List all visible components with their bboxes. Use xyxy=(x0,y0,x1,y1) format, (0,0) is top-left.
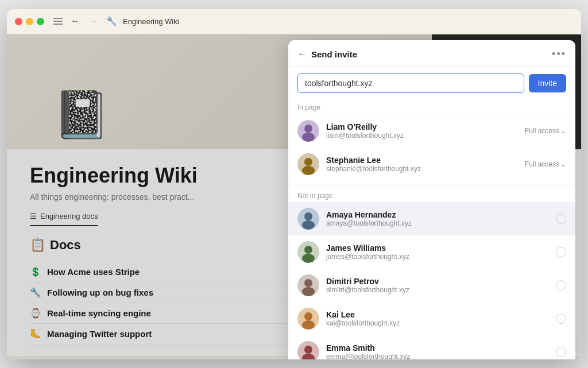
avatar xyxy=(297,153,319,175)
person-row[interactable]: Emma Smith emma@toolsforthought.xyz xyxy=(288,335,575,359)
svg-point-5 xyxy=(302,166,315,175)
person-email: amaya@toolsforthought.xyz xyxy=(326,219,549,227)
avatar xyxy=(297,241,319,263)
window-title: Engineering Wiki xyxy=(123,17,179,26)
modal-title: Send invite xyxy=(311,49,357,59)
content-area: 📓 Engineering Wiki All things engineerin… xyxy=(7,34,581,359)
access-dropdown[interactable]: Full access ⌄ xyxy=(525,127,566,135)
hamburger-menu-icon[interactable] xyxy=(53,18,63,25)
person-name: Dimitri Petrov xyxy=(326,277,549,286)
select-checkbox[interactable] xyxy=(556,247,566,257)
traffic-lights xyxy=(15,18,44,25)
modal-back-button[interactable]: ← xyxy=(297,49,307,59)
avatar xyxy=(297,308,319,330)
app-window: ← → 🔧 Engineering Wiki 📓 Engineering Wik… xyxy=(7,9,581,359)
svg-point-7 xyxy=(304,212,312,220)
svg-point-1 xyxy=(304,125,312,133)
not-in-page-label: Not in page xyxy=(288,185,575,202)
person-email: james@toolsforthought.xyz xyxy=(326,253,549,261)
person-email: emma@toolsforthought.xyz xyxy=(326,352,549,359)
select-checkbox[interactable] xyxy=(556,280,566,290)
send-invite-modal: ← Send invite ••• Invite In page xyxy=(288,40,575,359)
titlebar: ← → 🔧 Engineering Wiki xyxy=(7,9,581,34)
person-row[interactable]: Liam O'Reilly liam@toolsforthought.xyz F… xyxy=(288,114,575,148)
person-info: Stephanie Lee stephanie@toolsforthought.… xyxy=(326,156,518,173)
person-row[interactable]: James Williams james@toolsforthought.xyz xyxy=(288,235,575,269)
invite-button[interactable]: Invite xyxy=(529,74,566,92)
person-name: Amaya Hernandez xyxy=(326,210,549,219)
person-info: Kai Lee kai@toolsforthought.xyz xyxy=(326,310,549,327)
svg-point-19 xyxy=(304,346,312,354)
avatar xyxy=(297,274,319,296)
invite-input[interactable] xyxy=(297,73,524,93)
minimize-button[interactable] xyxy=(26,18,33,25)
avatar xyxy=(297,208,319,230)
person-info: James Williams james@toolsforthought.xyz xyxy=(326,243,549,261)
avatar xyxy=(297,120,319,142)
page-icon: 🔧 xyxy=(106,16,117,26)
modal-more-button[interactable]: ••• xyxy=(552,48,566,60)
select-checkbox[interactable] xyxy=(556,313,566,324)
svg-point-8 xyxy=(302,220,315,230)
person-row[interactable]: Amaya Hernandez amaya@toolsforthought.xy… xyxy=(288,202,575,235)
select-checkbox[interactable] xyxy=(556,214,566,224)
person-email: kai@toolsforthought.xyz xyxy=(326,319,549,327)
person-row[interactable]: Dimitri Petrov dimitri@toolsforthought.x… xyxy=(288,269,575,302)
person-row[interactable]: Kai Lee kai@toolsforthought.xyz xyxy=(288,302,575,335)
close-button[interactable] xyxy=(15,18,22,25)
chevron-down-icon: ⌄ xyxy=(560,127,566,135)
person-email: dimitri@toolsforthought.xyz xyxy=(326,286,549,294)
in-page-label: In page xyxy=(288,100,575,114)
back-nav-button[interactable]: ← xyxy=(68,15,82,28)
person-name: Emma Smith xyxy=(326,343,549,352)
access-label: Full access xyxy=(525,160,559,168)
maximize-button[interactable] xyxy=(37,18,44,25)
person-info: Liam O'Reilly liam@toolsforthought.xyz xyxy=(326,122,518,140)
access-label: Full access xyxy=(525,127,559,135)
person-row[interactable]: Stephanie Lee stephanie@toolsforthought.… xyxy=(288,148,575,181)
modal-list: Liam O'Reilly liam@toolsforthought.xyz F… xyxy=(288,114,575,359)
modal-invite-row: Invite xyxy=(288,67,575,100)
svg-point-2 xyxy=(302,133,315,142)
chevron-down-icon: ⌄ xyxy=(560,160,566,168)
modal-header-left: ← Send invite xyxy=(297,49,357,59)
select-checkbox[interactable] xyxy=(556,347,566,357)
svg-point-10 xyxy=(304,246,312,254)
forward-nav-button[interactable]: → xyxy=(87,15,100,28)
person-name: James Williams xyxy=(326,243,549,253)
person-info: Amaya Hernandez amaya@toolsforthought.xy… xyxy=(326,210,549,227)
person-name: Stephanie Lee xyxy=(326,156,518,165)
svg-point-4 xyxy=(304,158,312,166)
modal-header: ← Send invite ••• xyxy=(288,40,575,67)
nav-buttons: ← → xyxy=(68,15,100,28)
person-name: Liam O'Reilly xyxy=(326,122,518,131)
svg-point-17 xyxy=(302,320,315,330)
svg-point-13 xyxy=(304,279,312,287)
person-info: Dimitri Petrov dimitri@toolsforthought.x… xyxy=(326,277,549,294)
person-email: stephanie@toolsforthought.xyz xyxy=(326,165,518,173)
person-info: Emma Smith emma@toolsforthought.xyz xyxy=(326,343,549,359)
avatar xyxy=(297,341,319,359)
svg-point-11 xyxy=(302,254,315,263)
svg-point-16 xyxy=(304,312,312,320)
svg-point-14 xyxy=(302,287,315,296)
person-name: Kai Lee xyxy=(326,310,549,319)
person-email: liam@toolsforthought.xyz xyxy=(326,131,518,140)
access-dropdown[interactable]: Full access ⌄ xyxy=(525,160,566,168)
